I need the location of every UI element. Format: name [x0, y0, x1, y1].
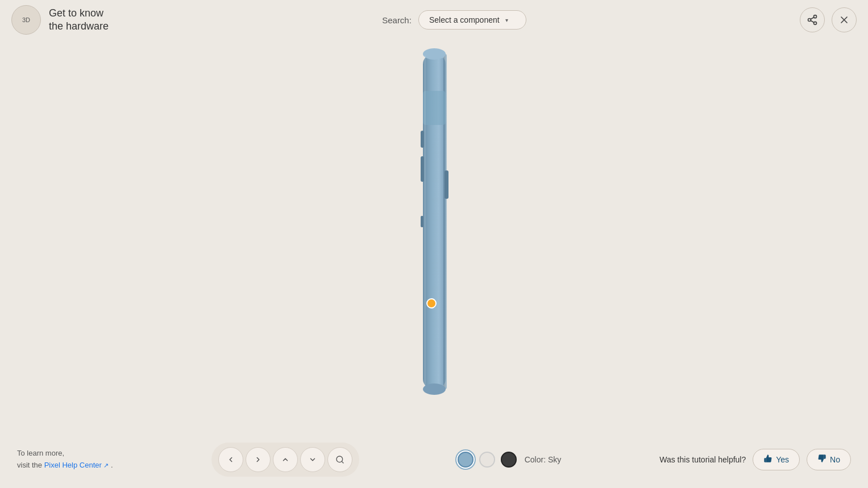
svg-rect-12	[421, 156, 424, 182]
component-indicator-dot[interactable]	[426, 298, 437, 308]
zoom-button[interactable]	[327, 447, 352, 472]
feedback-yes-button[interactable]: Yes	[753, 449, 800, 470]
page-title: Get to know the hardware	[49, 7, 109, 34]
phone-3d-view	[377, 45, 491, 398]
chevron-right-icon	[254, 456, 262, 464]
svg-line-3	[811, 20, 814, 22]
learn-more-section: To learn more, visit the Pixel Help Cent…	[17, 448, 113, 472]
chevron-down-icon: ▾	[505, 17, 508, 23]
bottom-bar: To learn more, visit the Pixel Help Cent…	[0, 443, 868, 477]
chevron-up-icon	[281, 456, 289, 464]
search-label: Search:	[382, 15, 412, 25]
component-select-dropdown[interactable]: Select a component ▾	[418, 10, 526, 30]
nav-down-button[interactable]	[300, 447, 325, 472]
svg-line-18	[342, 461, 343, 463]
learn-more-line1: To learn more,	[17, 448, 113, 460]
pixel-help-center-icon: ↗	[103, 462, 109, 469]
feedback-question: Was this tutorial helpful?	[659, 455, 746, 464]
svg-rect-11	[421, 131, 424, 148]
pixel-help-center-link[interactable]: Pixel Help Center	[44, 461, 102, 469]
nav-left-button[interactable]	[218, 447, 243, 472]
color-porcelain-button[interactable]	[479, 452, 495, 468]
feedback-section: Was this tutorial helpful? Yes No	[659, 449, 851, 470]
color-selector: Color: Sky	[458, 452, 562, 468]
close-button[interactable]	[832, 7, 857, 32]
phone-model	[377, 45, 491, 398]
nav-right-button[interactable]	[246, 447, 271, 472]
share-button[interactable]	[800, 7, 825, 32]
feedback-no-button[interactable]: No	[807, 449, 851, 470]
header: 3D Get to know the hardware Search: Sele…	[0, 0, 868, 40]
svg-point-10	[423, 383, 446, 395]
close-icon	[838, 14, 850, 26]
feedback-no-label: No	[830, 455, 840, 464]
dropdown-value: Select a component	[429, 15, 500, 24]
header-left: 3D Get to know the hardware	[11, 5, 109, 35]
header-right	[800, 7, 857, 32]
3d-icon-label: 3D	[22, 16, 30, 23]
learn-more-line2: visit the Pixel Help Center ↗ .	[17, 460, 113, 472]
thumbs-down-icon	[817, 454, 827, 465]
search-area: Search: Select a component ▾	[382, 10, 526, 30]
svg-rect-16	[424, 56, 426, 385]
share-icon	[807, 14, 818, 26]
svg-point-9	[423, 48, 446, 60]
svg-rect-15	[423, 91, 446, 125]
3d-rotate-button[interactable]: 3D	[11, 5, 41, 35]
chevron-left-icon	[227, 456, 235, 464]
feedback-yes-label: Yes	[776, 455, 789, 464]
chevron-down-icon	[309, 456, 317, 464]
svg-line-4	[811, 17, 814, 19]
thumbs-up-icon	[763, 454, 773, 465]
svg-rect-14	[421, 216, 423, 227]
thumbs-down-svg	[817, 454, 827, 463]
zoom-icon	[335, 455, 344, 464]
color-obsidian-button[interactable]	[501, 452, 517, 468]
svg-rect-13	[445, 170, 448, 199]
navigation-controls	[211, 443, 359, 477]
color-label: Color: Sky	[525, 455, 562, 464]
color-sky-button[interactable]	[458, 452, 474, 468]
thumbs-up-svg	[763, 454, 773, 463]
nav-up-button[interactable]	[273, 447, 298, 472]
